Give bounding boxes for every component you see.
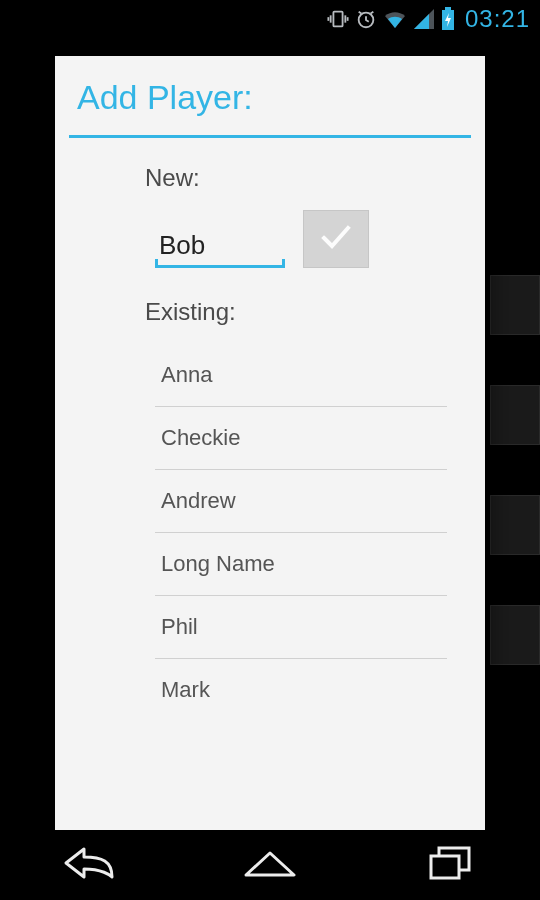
existing-player-item[interactable]: Phil <box>155 596 447 659</box>
nav-home-button[interactable] <box>210 840 330 890</box>
recent-apps-icon <box>427 844 473 886</box>
background-button[interactable] <box>490 605 540 665</box>
new-player-name-input[interactable] <box>155 224 285 268</box>
background-button[interactable] <box>490 385 540 445</box>
existing-player-item[interactable]: Long Name <box>155 533 447 596</box>
status-bar: 03:21 <box>0 0 540 38</box>
background-button[interactable] <box>490 275 540 335</box>
svg-rect-8 <box>431 856 459 878</box>
name-input-wrap <box>155 224 285 268</box>
check-icon <box>319 222 353 256</box>
status-clock: 03:21 <box>465 5 530 33</box>
signal-icon <box>413 8 435 30</box>
add-player-dialog: Add Player: New: Existing: Anna Checkie … <box>55 56 485 831</box>
wifi-icon <box>383 8 407 30</box>
vibrate-icon <box>327 8 349 30</box>
background-button[interactable] <box>490 495 540 555</box>
home-icon <box>242 847 298 883</box>
battery-charging-icon <box>441 7 455 31</box>
new-section-label: New: <box>145 164 457 192</box>
existing-section-label: Existing: <box>145 298 457 326</box>
dialog-title: Add Player: <box>55 56 485 135</box>
confirm-new-player-button[interactable] <box>303 210 369 268</box>
svg-rect-0 <box>333 12 342 27</box>
existing-player-item[interactable]: Anna <box>155 344 447 407</box>
nav-recent-button[interactable] <box>390 840 510 890</box>
navigation-bar <box>0 830 540 900</box>
svg-rect-7 <box>445 7 451 10</box>
existing-player-item[interactable]: Mark <box>155 659 447 721</box>
nav-back-button[interactable] <box>30 840 150 890</box>
back-icon <box>62 845 118 885</box>
existing-players-list: Anna Checkie Andrew Long Name Phil Mark <box>145 344 457 721</box>
alarm-icon <box>355 8 377 30</box>
existing-player-item[interactable]: Checkie <box>155 407 447 470</box>
existing-player-item[interactable]: Andrew <box>155 470 447 533</box>
